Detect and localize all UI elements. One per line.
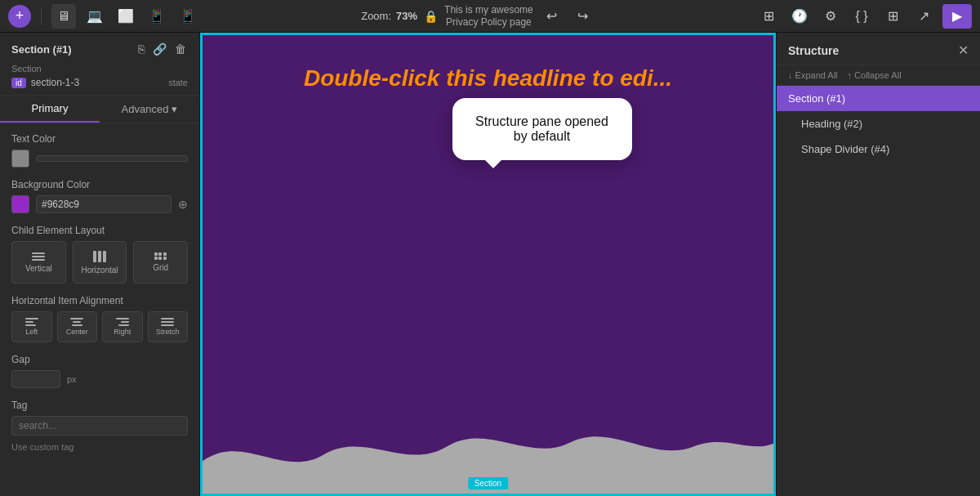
acl2 [73,321,81,323]
left-panel: Section (#1) ⎘ 🔗 🗑 Section id section-1-… [0,33,200,496]
layout-vertical-button[interactable]: Vertical [11,241,66,284]
desktop-view-button[interactable]: 🖥 [51,4,76,29]
arl2 [121,321,129,323]
layout-horizontal-button[interactable]: Horizontal [73,241,127,284]
bg-color-swatch[interactable] [11,195,29,213]
structure-items: Section (#1)Heading (#2)Shape Divider (#… [777,86,980,496]
al2 [25,321,33,323]
arl1 [116,318,129,319]
custom-tag-label: Use custom tag [11,440,188,452]
bg-color-value: #9628c9 [36,195,172,213]
page-title-line1: This is my awesome [444,4,533,16]
settings-button[interactable]: ⚙ [818,4,843,29]
id-value: section-1-3 [31,77,163,88]
expand-all-button[interactable]: ↓ Expand All [788,70,838,80]
layout-vertical-label: Vertical [25,264,52,273]
line2 [32,256,45,257]
gc3 [163,252,167,256]
panel-body: Text Color Background Color #9628c9 ⊕ Ch… [0,123,199,462]
align-stretch-label: Stretch [156,328,180,336]
page-title-info: This is my awesome Privacy Policy page [444,4,533,28]
align-right-label: Right [114,328,131,336]
al1 [25,318,38,319]
col3 [103,251,106,262]
tab-advanced[interactable]: Advanced ▾ [100,96,199,123]
id-badge: id [11,78,26,88]
undo-button[interactable]: ↩ [540,4,564,29]
align-stretch-icon [161,318,174,326]
tab-primary[interactable]: Primary [0,96,100,123]
col2 [98,251,101,262]
tag-search-input[interactable] [11,416,188,436]
gap-label: Gap [11,354,188,365]
panel-title: Section (#1) ⎘ 🔗 🗑 [11,41,188,57]
alignment-group: Horizontal Item Alignment Left [11,295,188,342]
section-id-row: id section-1-3 state [11,77,188,88]
canvas-section[interactable]: Double-click this headline to edi... Str… [200,33,776,496]
structure-close-button[interactable]: ✕ [958,42,969,58]
align-right-icon [116,318,129,326]
bg-color-group: Background Color #9628c9 ⊕ [11,179,188,213]
panel-icon-link[interactable]: 🔗 [151,41,168,57]
text-color-label: Text Color [11,133,188,145]
tag-group: Tag Use custom tag [11,400,188,452]
asl2 [161,321,174,323]
export-button[interactable]: ↗ [911,4,936,29]
bg-color-label: Background Color [11,179,188,190]
panel-icon-delete[interactable]: 🗑 [173,41,188,57]
align-left-icon [25,318,38,326]
lock-icon[interactable]: 🔒 [424,10,438,23]
state-label: state [168,78,188,87]
panel-icon-copy[interactable]: ⎘ [136,41,146,57]
toolbar-center: Zoom: 73% 🔒 This is my awesome Privacy P… [207,4,750,29]
laptop-view-button[interactable]: 💻 [82,4,107,29]
col1 [93,251,96,262]
publish-button[interactable]: ▶ [942,4,972,29]
structure-item-1[interactable]: Heading (#2) [790,111,980,136]
acl1 [70,318,83,319]
align-left-button[interactable]: Left [11,311,52,342]
section-badge: Section [468,477,508,489]
code-button[interactable]: { } [849,4,874,29]
mobile-view-button[interactable]: 📱 [176,4,200,29]
acl3 [72,324,82,326]
tablet-h-view-button[interactable]: ⬜ [114,4,138,29]
gap-input[interactable] [11,370,60,388]
structure-item-0[interactable]: Section (#1) [777,86,980,111]
gap-row: px [11,370,188,388]
layout-horizontal-label: Horizontal [81,266,118,275]
tab-advanced-label: Advanced [122,103,169,115]
chevron-down-icon: ▾ [172,103,177,115]
asl3 [161,324,174,326]
gc1 [154,252,158,256]
grid-button[interactable]: ⊞ [880,4,905,29]
align-center-button[interactable]: Center [57,311,98,342]
bg-color-row: #9628c9 ⊕ [11,195,188,213]
layout-grid-label: Grid [153,263,168,272]
redo-button[interactable]: ↪ [571,4,595,29]
bg-color-copy-button[interactable]: ⊕ [178,198,188,211]
horizontal-cols-icon [93,251,106,262]
add-element-button[interactable]: + [8,5,31,28]
align-stretch-button[interactable]: Stretch [148,311,189,342]
asl1 [161,318,174,319]
zoom-label: Zoom: [361,10,391,22]
history-button[interactable]: 🕐 [787,4,812,29]
layout-icon-button[interactable]: ⊞ [756,4,781,29]
text-color-row [11,150,188,168]
align-center-icon [70,318,83,326]
align-options: Left Center [11,311,188,342]
tablet-v-view-button[interactable]: 📱 [145,4,169,29]
align-center-label: Center [66,328,88,336]
text-color-swatch[interactable] [11,150,29,168]
align-right-button[interactable]: Right [102,311,143,342]
zoom-value: 73% [396,10,417,22]
layout-grid-button[interactable]: Grid [133,241,188,284]
gap-group: Gap px [11,354,188,388]
layout-options: Vertical Horizontal [11,241,188,284]
canvas-headline[interactable]: Double-click this headline to edi... [200,33,776,92]
panel-title-icons: ⎘ 🔗 🗑 [136,41,188,57]
structure-actions: ↓ Expand All ↑ Collapse All [777,65,980,86]
structure-item-2[interactable]: Shape Divider (#4) [790,136,980,162]
collapse-all-button[interactable]: ↑ Collapse All [848,70,902,80]
